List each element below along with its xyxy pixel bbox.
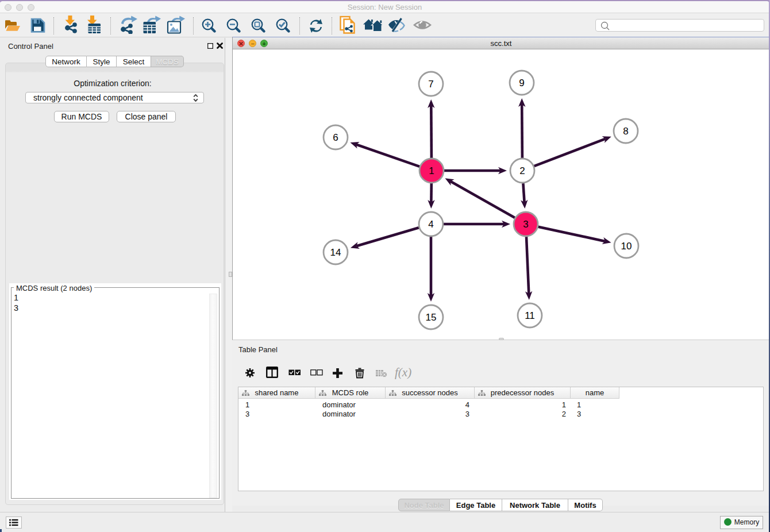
svg-text:15: 15 [426,312,437,323]
svg-text:4: 4 [428,219,433,230]
svg-text:7: 7 [428,79,433,90]
svg-text:9: 9 [519,78,524,88]
svg-text:10: 10 [621,241,632,252]
svg-text:8: 8 [623,126,628,137]
svg-text:1: 1 [429,165,434,176]
svg-text:3: 3 [523,219,528,230]
svg-text:6: 6 [333,132,338,143]
svg-text:14: 14 [330,247,341,258]
svg-text:2: 2 [519,165,525,176]
svg-text:11: 11 [525,310,535,321]
